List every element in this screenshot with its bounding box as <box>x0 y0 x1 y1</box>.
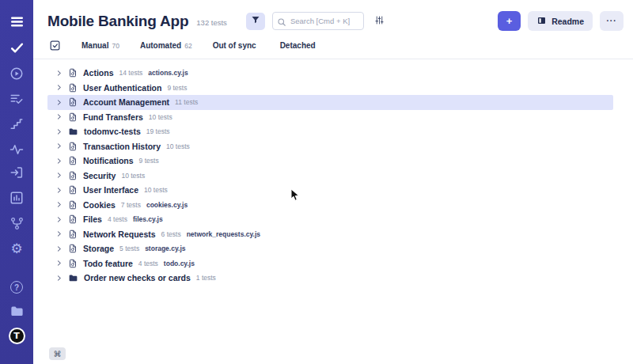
chevron-right-icon[interactable] <box>55 216 63 223</box>
suite-row-10[interactable]: Files 4 tests files.cy.js <box>47 212 613 227</box>
suite-test-count: 10 tests <box>149 113 172 121</box>
suite-row-7[interactable]: Security 10 tests <box>47 169 613 184</box>
tab-out-of-sync[interactable]: Out of sync <box>213 41 260 50</box>
file-sync-icon <box>68 97 78 107</box>
stairs-icon[interactable] <box>7 115 26 134</box>
file-sync-icon <box>68 200 78 210</box>
main-content: Mobile Banking App 132 tests + Readme ··… <box>33 0 633 364</box>
sliders-icon <box>374 15 385 28</box>
suite-name: Files <box>83 214 102 224</box>
folder-icon <box>68 127 78 137</box>
tab-detached[interactable]: Detached <box>280 41 319 50</box>
file-sync-icon <box>68 229 78 239</box>
suite-test-count: 4 tests <box>138 260 158 267</box>
suite-test-count: 7 tests <box>121 201 141 209</box>
suite-name: Actions <box>83 68 114 78</box>
sidebar: ⚙ ? T <box>0 0 33 364</box>
suite-test-count: 19 tests <box>146 127 170 135</box>
chevron-right-icon[interactable] <box>55 201 63 208</box>
suite-filename: files.cy.js <box>133 215 163 223</box>
suite-name: Account Management <box>83 97 169 107</box>
suite-name: Network Requests <box>83 229 156 239</box>
tab-manual[interactable]: Manual 70 <box>81 41 119 50</box>
suite-name: todomvc-tests <box>84 127 141 136</box>
gear-icon[interactable]: ⚙ <box>7 239 26 258</box>
suite-filename: storage.cy.js <box>145 245 185 252</box>
chevron-right-icon[interactable] <box>55 260 63 267</box>
chevron-right-icon[interactable] <box>55 99 63 106</box>
suite-test-count: 10 tests <box>144 186 168 194</box>
chevron-right-icon[interactable] <box>55 157 63 165</box>
activity-icon[interactable] <box>7 140 26 159</box>
suite-row-9[interactable]: Cookies 7 tests cookies.cy.js <box>47 198 613 213</box>
bar-chart-icon[interactable] <box>7 188 26 207</box>
file-sync-icon <box>68 214 78 224</box>
page-title: Mobile Banking App <box>47 13 188 30</box>
file-sync-icon <box>68 83 78 93</box>
chevron-right-icon[interactable] <box>55 70 63 77</box>
tests-check-icon[interactable] <box>7 38 26 57</box>
folder-icon[interactable] <box>7 301 26 320</box>
suite-row-1[interactable]: User Authentication 9 tests <box>47 81 613 96</box>
suite-row-12[interactable]: Storage 5 tests storage.cy.js <box>47 241 613 256</box>
readme-button[interactable]: Readme <box>528 11 593 31</box>
file-sync-icon <box>68 244 78 253</box>
suite-list: Actions 14 tests actions.cy.js User Auth… <box>33 66 633 286</box>
git-branch-icon[interactable] <box>7 214 26 233</box>
suite-test-count: 6 tests <box>161 230 181 238</box>
suite-name: Cookies <box>83 200 116 210</box>
chevron-right-icon[interactable] <box>55 275 63 282</box>
file-sync-icon <box>68 156 78 165</box>
chevron-right-icon[interactable] <box>55 128 63 135</box>
menu-icon[interactable] <box>7 12 26 31</box>
chevron-right-icon[interactable] <box>55 142 63 150</box>
suite-test-count: 14 tests <box>119 69 143 77</box>
suite-row-8[interactable]: User Interface 10 tests <box>47 183 613 198</box>
funnel-icon <box>251 15 260 27</box>
play-circle-icon[interactable] <box>7 64 26 83</box>
chevron-right-icon[interactable] <box>55 245 63 252</box>
tabs-bar: Manual 70 Automated 62 Out of sync Detac… <box>33 40 633 59</box>
filter-button[interactable] <box>246 13 265 30</box>
suite-row-13[interactable]: Todo feature 4 tests todo.cy.js <box>47 256 613 271</box>
suite-name: User Authentication <box>83 83 161 93</box>
chevron-right-icon[interactable] <box>55 187 63 194</box>
suite-row-3[interactable]: Fund Transfers 10 tests <box>47 110 613 125</box>
chevron-right-icon[interactable] <box>55 230 63 237</box>
suite-name: User Interface <box>83 185 138 195</box>
chevron-right-icon[interactable] <box>55 172 63 179</box>
suite-row-0[interactable]: Actions 14 tests actions.cy.js <box>47 66 613 81</box>
view-settings-button[interactable] <box>374 13 385 30</box>
testomat-logo[interactable]: T <box>7 326 26 345</box>
more-options-button[interactable]: ··· <box>600 11 624 31</box>
suite-row-5[interactable]: Transaction History 10 tests <box>47 139 613 154</box>
suite-filename: todo.cy.js <box>164 260 195 267</box>
suite-filename: network_requests.cy.js <box>187 230 260 238</box>
playlist-check-icon[interactable] <box>7 89 26 108</box>
suite-row-2[interactable]: Account Management 11 tests <box>47 95 613 110</box>
suite-row-6[interactable]: Notifications 9 tests <box>47 154 613 169</box>
suite-row-14[interactable]: Order new checks or cards 1 tests <box>47 271 613 286</box>
suite-filename: cookies.cy.js <box>146 201 188 209</box>
select-all-icon[interactable] <box>49 40 61 51</box>
tab-automated[interactable]: Automated 62 <box>140 41 192 50</box>
suite-row-4[interactable]: todomvc-tests 19 tests <box>47 124 613 139</box>
suite-name: Notifications <box>83 156 134 165</box>
header: Mobile Banking App 132 tests + Readme ··… <box>33 0 633 31</box>
chevron-right-icon[interactable] <box>55 84 63 91</box>
suite-name: Transaction History <box>83 142 161 151</box>
file-sync-icon <box>68 68 78 78</box>
command-shortcut-button[interactable]: ⌘ <box>49 347 66 360</box>
login-box-icon[interactable] <box>7 163 26 182</box>
suite-test-count: 10 tests <box>166 142 190 150</box>
suite-name: Security <box>83 171 116 180</box>
add-suite-button[interactable]: + <box>498 11 521 31</box>
suite-test-count: 10 tests <box>121 172 145 180</box>
total-tests-count: 132 tests <box>196 18 227 27</box>
file-sync-icon <box>68 259 78 268</box>
help-icon[interactable]: ? <box>7 278 26 297</box>
folder-icon <box>68 273 78 283</box>
chevron-right-icon[interactable] <box>55 113 63 120</box>
suite-name: Order new checks or cards <box>84 273 191 282</box>
suite-row-11[interactable]: Network Requests 6 tests network_request… <box>47 227 613 242</box>
